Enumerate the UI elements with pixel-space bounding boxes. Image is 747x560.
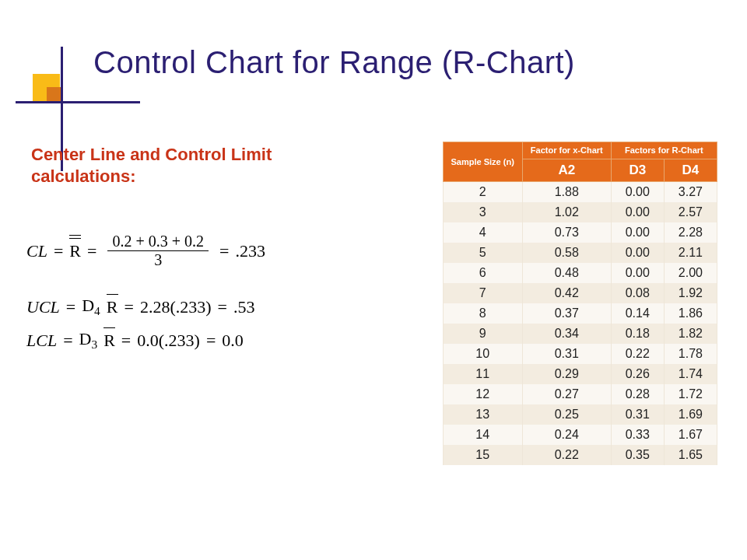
- equals-sign: =: [124, 297, 134, 317]
- cell-n: 8: [443, 303, 522, 324]
- cl-fraction: 0.2 + 0.3 + 0.2 3: [107, 233, 209, 269]
- table-row: 100.310.221.78: [443, 344, 717, 364]
- ucl-result: .53: [233, 297, 255, 317]
- cell-d4: 1.67: [664, 425, 717, 445]
- d3-factor: D3: [79, 329, 98, 352]
- lcl-label: LCL: [26, 331, 57, 351]
- cell-a2: 0.25: [522, 404, 611, 425]
- cell-n: 7: [443, 283, 522, 303]
- slide: Control Chart for Range (R-Chart) Center…: [0, 0, 747, 560]
- cell-d3: 0.00: [611, 222, 664, 243]
- col-d3: D3: [611, 159, 664, 181]
- table-row: 140.240.331.67: [443, 425, 717, 445]
- cell-d3: 0.00: [611, 243, 664, 263]
- cell-n: 10: [443, 344, 522, 364]
- cell-d3: 0.28: [611, 384, 664, 404]
- cell-n: 13: [443, 404, 522, 425]
- table-row: 50.580.002.11: [443, 243, 717, 263]
- cell-a2: 0.22: [522, 445, 611, 465]
- table-row: 90.340.181.82: [443, 324, 717, 344]
- cell-a2: 1.02: [522, 202, 611, 222]
- section-subtitle: Center Line and Control Limit calculatio…: [31, 144, 366, 187]
- cell-n: 6: [443, 263, 522, 283]
- corner-decoration: [16, 47, 86, 117]
- cell-d3: 0.08: [611, 283, 664, 303]
- table-row: 80.370.141.86: [443, 303, 717, 324]
- equals-sign: =: [218, 297, 227, 317]
- table-row: 150.220.351.65: [443, 445, 717, 465]
- cell-d3: 0.00: [611, 202, 664, 222]
- cell-a2: 0.27: [522, 384, 611, 404]
- col-sample-size: Sample Size (n): [443, 142, 522, 182]
- equation-ucl: UCL = D4 R = 2.28(.233) = .53: [26, 296, 369, 318]
- cl-result: .233: [235, 241, 265, 261]
- cl-numerator: 0.2 + 0.3 + 0.2: [107, 233, 209, 250]
- cell-n: 3: [443, 202, 522, 222]
- cell-n: 11: [443, 364, 522, 384]
- equation-lcl: LCL = D3 R = 0.0(.233) = 0.0: [26, 329, 369, 352]
- table-row: 110.290.261.74: [443, 364, 717, 384]
- cell-d4: 1.78: [664, 344, 717, 364]
- cell-d3: 0.22: [611, 344, 664, 364]
- cell-d4: 2.11: [664, 243, 717, 263]
- cell-a2: 0.29: [522, 364, 611, 384]
- factors-table: Sample Size (n) Factor for x-Chart Facto…: [443, 142, 717, 465]
- cell-d4: 1.82: [664, 324, 717, 344]
- factors-table-body: 21.880.003.2731.020.002.5740.730.002.285…: [443, 181, 717, 465]
- col-a2: A2: [522, 159, 611, 181]
- col-d4: D4: [664, 159, 717, 181]
- table-row: 40.730.002.28: [443, 222, 717, 243]
- cell-a2: 0.24: [522, 425, 611, 445]
- cell-d4: 2.57: [664, 202, 717, 222]
- cell-a2: 0.58: [522, 243, 611, 263]
- cell-a2: 0.34: [522, 324, 611, 344]
- equals-sign: =: [206, 331, 216, 351]
- table-row: 70.420.081.92: [443, 283, 717, 303]
- cell-a2: 1.88: [522, 181, 611, 202]
- cell-d3: 0.00: [611, 181, 664, 202]
- cell-n: 4: [443, 222, 522, 243]
- cell-n: 2: [443, 181, 522, 202]
- cell-d4: 1.74: [664, 364, 717, 384]
- r-bar-symbol: R: [107, 297, 118, 317]
- cell-d3: 0.14: [611, 303, 664, 324]
- equals-sign: =: [66, 297, 75, 317]
- cell-a2: 0.48: [522, 263, 611, 283]
- r-double-bar-symbol: R: [69, 241, 81, 261]
- formula-block: CL = R = 0.2 + 0.3 + 0.2 3 = .233 UCL = …: [26, 222, 369, 363]
- cell-d4: 1.72: [664, 384, 717, 404]
- cell-a2: 0.31: [522, 344, 611, 364]
- cell-d4: 3.27: [664, 181, 717, 202]
- col-group-rchart: Factors for R-Chart: [611, 142, 717, 159]
- cell-d4: 1.86: [664, 303, 717, 324]
- cell-d4: 1.92: [664, 283, 717, 303]
- cell-d3: 0.26: [611, 364, 664, 384]
- cell-a2: 0.42: [522, 283, 611, 303]
- cell-n: 14: [443, 425, 522, 445]
- cell-d4: 2.00: [664, 263, 717, 283]
- cell-n: 12: [443, 384, 522, 404]
- cell-d3: 0.33: [611, 425, 664, 445]
- equals-sign: =: [63, 331, 72, 351]
- r-bar-symbol: R: [103, 331, 115, 351]
- table-row: 31.020.002.57: [443, 202, 717, 222]
- d4-factor: D4: [82, 296, 100, 318]
- cell-a2: 0.37: [522, 303, 611, 324]
- cell-d4: 2.28: [664, 222, 717, 243]
- cell-d3: 0.35: [611, 445, 664, 465]
- equals-sign: =: [121, 331, 131, 351]
- cl-label: CL: [26, 241, 47, 261]
- cell-d4: 1.65: [664, 445, 717, 465]
- ucl-expression: 2.28(.233): [140, 297, 212, 317]
- cell-d3: 0.18: [611, 324, 664, 344]
- table-row: 21.880.003.27: [443, 181, 717, 202]
- cell-d4: 1.69: [664, 404, 717, 425]
- cl-denominator: 3: [149, 251, 167, 269]
- equals-sign: =: [219, 241, 229, 261]
- equals-sign: =: [87, 241, 96, 261]
- equation-cl: CL = R = 0.2 + 0.3 + 0.2 3 = .233: [26, 233, 369, 269]
- cell-n: 15: [443, 445, 522, 465]
- slide-title: Control Chart for Range (R-Chart): [93, 45, 575, 80]
- cell-d3: 0.31: [611, 404, 664, 425]
- cell-d3: 0.00: [611, 263, 664, 283]
